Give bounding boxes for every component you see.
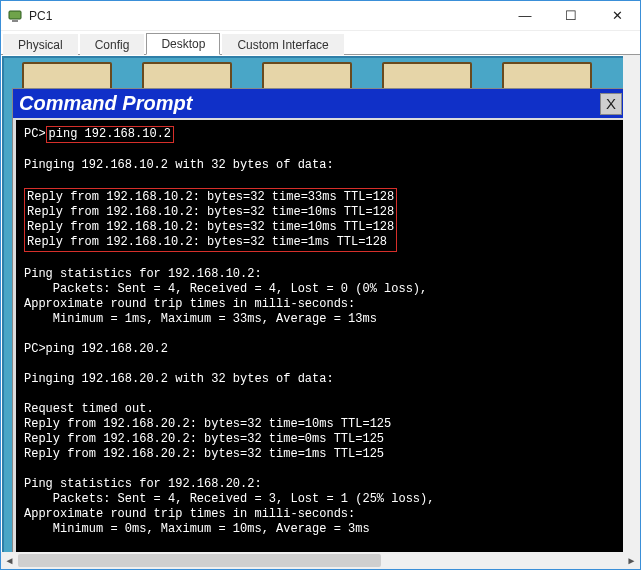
window-title: PC1 [29, 9, 502, 23]
highlighted-command: ping 192.168.10.2 [46, 126, 174, 143]
desktop-icons-row [4, 62, 637, 90]
command-prompt-title: Command Prompt [19, 92, 600, 115]
desktop-app-icon[interactable] [262, 62, 352, 90]
tab-config[interactable]: Config [80, 34, 145, 55]
app-icon [7, 8, 23, 24]
close-button[interactable]: ✕ [594, 1, 640, 31]
scroll-track[interactable] [18, 552, 623, 569]
command-prompt-titlebar[interactable]: Command Prompt X [13, 89, 628, 118]
highlighted-replies: Reply from 192.168.10.2: bytes=32 time=3… [24, 188, 397, 252]
terminal-line: Reply from 192.168.10.2: bytes=32 time=1… [27, 220, 394, 234]
svg-rect-1 [12, 20, 18, 22]
command-prompt-window: Command Prompt X PC>ping 192.168.10.2 Pi… [12, 88, 629, 555]
prompt: PC> [24, 127, 46, 141]
svg-rect-0 [9, 11, 21, 19]
minimize-button[interactable]: — [502, 1, 548, 31]
terminal-line: Ping statistics for 192.168.10.2: [24, 267, 262, 281]
terminal-line: Reply from 192.168.10.2: bytes=32 time=3… [27, 190, 394, 204]
desktop-app-icon[interactable] [142, 62, 232, 90]
maximize-button[interactable]: ☐ [548, 1, 594, 31]
scroll-right-arrow-icon[interactable]: ► [623, 552, 640, 569]
desktop-app-icon[interactable] [22, 62, 112, 90]
scroll-thumb[interactable] [18, 554, 381, 567]
window-titlebar: PC1 — ☐ ✕ [1, 1, 640, 31]
horizontal-scrollbar[interactable]: ◄ ► [1, 552, 640, 569]
terminal-output[interactable]: PC>ping 192.168.10.2 Pinging 192.168.10.… [13, 118, 628, 555]
tab-desktop[interactable]: Desktop [146, 33, 220, 55]
terminal-line: Packets: Sent = 4, Received = 3, Lost = … [24, 492, 434, 506]
terminal-line: Minimum = 1ms, Maximum = 33ms, Average =… [24, 312, 377, 326]
terminal-line: Pinging 192.168.10.2 with 32 bytes of da… [24, 158, 334, 172]
terminal-line: Reply from 192.168.20.2: bytes=32 time=1… [24, 447, 384, 461]
terminal-line: Approximate round trip times in milli-se… [24, 507, 355, 521]
terminal-line: Request timed out. [24, 402, 154, 416]
vertical-scrollbar[interactable] [623, 55, 640, 553]
terminal-line: Reply from 192.168.10.2: bytes=32 time=1… [27, 235, 387, 249]
terminal-line: Ping statistics for 192.168.20.2: [24, 477, 262, 491]
terminal-line: Minimum = 0ms, Maximum = 10ms, Average =… [24, 522, 370, 536]
terminal-line: Reply from 192.168.20.2: bytes=32 time=0… [24, 432, 384, 446]
terminal-line: Packets: Sent = 4, Received = 4, Lost = … [24, 282, 427, 296]
terminal-line: Reply from 192.168.10.2: bytes=32 time=1… [27, 205, 394, 219]
terminal-line: Pinging 192.168.20.2 with 32 bytes of da… [24, 372, 334, 386]
scroll-left-arrow-icon[interactable]: ◄ [1, 552, 18, 569]
tab-physical[interactable]: Physical [3, 34, 78, 55]
tabstrip: Physical Config Desktop Custom Interface [1, 31, 640, 55]
desktop-app-icon[interactable] [382, 62, 472, 90]
command-prompt-close-button[interactable]: X [600, 93, 622, 115]
tab-custom-interface[interactable]: Custom Interface [222, 34, 343, 55]
terminal-line: Reply from 192.168.20.2: bytes=32 time=1… [24, 417, 391, 431]
desktop-app-icon[interactable] [502, 62, 592, 90]
desktop-pane: Command Prompt X PC>ping 192.168.10.2 Pi… [2, 56, 639, 555]
terminal-line: PC>ping 192.168.20.2 [24, 342, 168, 356]
terminal-line: Approximate round trip times in milli-se… [24, 297, 355, 311]
